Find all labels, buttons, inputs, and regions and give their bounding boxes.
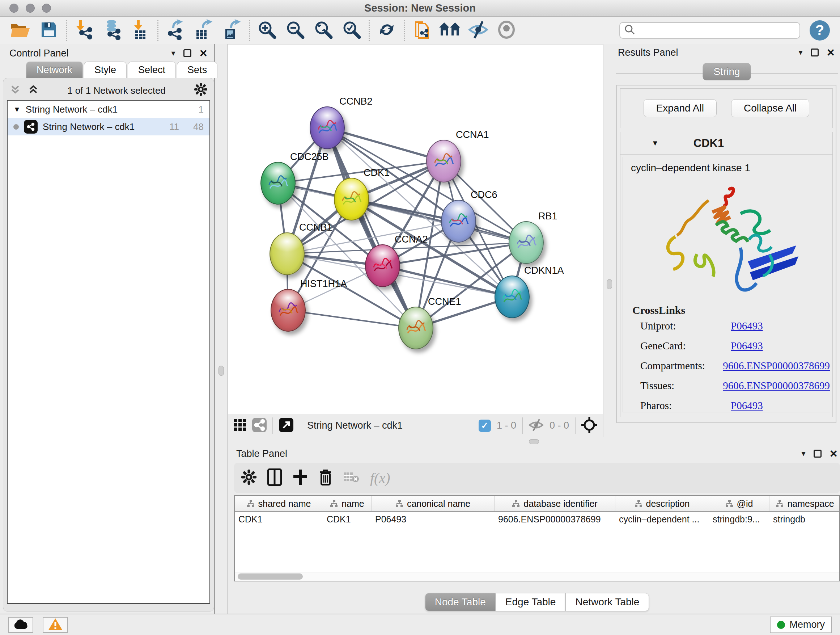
panel-float-icon[interactable] <box>813 450 821 458</box>
cloud-status-button[interactable] <box>8 617 33 633</box>
apply-layout-button[interactable] <box>373 19 401 42</box>
tab-edge-table[interactable]: Edge Table <box>496 593 566 611</box>
table-cell[interactable]: 9606.ENSP00000378699 <box>494 512 615 528</box>
panel-close-icon[interactable]: ✕ <box>829 448 838 460</box>
table-cell[interactable]: P06493 <box>371 512 494 528</box>
grid-view-icon[interactable] <box>234 419 246 432</box>
collapse-all-button[interactable]: Collapse All <box>731 99 809 117</box>
tab-string[interactable]: String <box>703 63 751 80</box>
network-node-rb1[interactable] <box>508 221 544 264</box>
crosslink-link[interactable]: P06493 <box>731 320 763 332</box>
export-image-button[interactable] <box>218 19 246 42</box>
crosslink-link[interactable]: P06493 <box>731 340 763 352</box>
panel-float-icon[interactable] <box>183 49 191 57</box>
column-header-description[interactable]: description <box>615 496 709 511</box>
panel-collapse-icon[interactable]: ▾ <box>801 449 805 458</box>
network-node-ccnb2[interactable] <box>309 106 345 149</box>
hidden-eye-slash-icon[interactable] <box>529 418 544 433</box>
tab-style[interactable]: Style <box>84 62 126 78</box>
export-table-button[interactable] <box>189 19 218 42</box>
splitter-handle[interactable] <box>529 439 539 444</box>
tab-node-table[interactable]: Node Table <box>425 593 496 611</box>
network-node-ccnb1[interactable] <box>270 233 305 275</box>
splitter-handle[interactable] <box>218 366 224 376</box>
birdseye-crosshair-icon[interactable] <box>581 417 597 434</box>
column-header--id[interactable]: @id <box>709 496 769 511</box>
warnings-button[interactable] <box>43 617 68 633</box>
section-expander-icon[interactable]: ▼ <box>652 139 659 147</box>
gear-icon[interactable] <box>194 83 207 98</box>
help-button[interactable]: ? <box>810 20 830 41</box>
import-table-file-button[interactable] <box>126 19 155 42</box>
tab-select[interactable]: Select <box>128 62 176 78</box>
search-input[interactable] <box>638 25 795 36</box>
network-row[interactable]: String Network – cdk1 11 48 <box>8 118 210 135</box>
network-node-cdc6[interactable] <box>441 200 476 242</box>
crosslink-link[interactable]: 9606.ENSP00000378699 <box>723 360 830 372</box>
protein-section-header[interactable]: ▼ CDK1 <box>621 132 832 155</box>
show-columns-icon[interactable] <box>267 469 282 487</box>
network-node-ccna2[interactable] <box>365 244 400 287</box>
network-canvas[interactable]: CCNB2CCNA1CDC25BCDK1CDC6RB1CCNB1CCNA2CDK… <box>228 44 603 414</box>
import-network-file-button[interactable] <box>70 19 98 42</box>
panel-float-icon[interactable] <box>811 49 819 57</box>
column-header-database-identifier[interactable]: database identifier <box>494 496 615 511</box>
network-node-ccne1[interactable] <box>398 307 433 349</box>
minimize-window-button[interactable] <box>26 4 35 13</box>
crosslink-link[interactable]: 9606.ENSP00000378699 <box>723 380 830 392</box>
zoom-out-button[interactable] <box>281 19 309 42</box>
show-graphics-button[interactable] <box>493 19 521 42</box>
table-cell[interactable]: stringdb:9... <box>709 512 769 528</box>
horizontal-scrollbar[interactable] <box>235 572 839 581</box>
close-window-button[interactable] <box>9 4 19 13</box>
table-cell[interactable]: CDK1 <box>323 512 371 528</box>
network-node-cdc25b[interactable] <box>261 162 295 204</box>
hide-unhide-button[interactable] <box>464 19 493 42</box>
maximize-window-button[interactable] <box>42 4 51 13</box>
panel-collapse-icon[interactable]: ▾ <box>171 49 175 58</box>
table-row[interactable]: CDK1CDK1P064939606.ENSP00000378699cyclin… <box>235 512 839 528</box>
delete-column-icon[interactable] <box>319 469 332 487</box>
column-header-name[interactable]: name <box>323 496 371 511</box>
collapse-all-icon[interactable] <box>10 84 21 97</box>
network-node-ccna1[interactable] <box>426 140 461 182</box>
crosslink-link[interactable]: P06493 <box>731 400 763 412</box>
add-column-icon[interactable] <box>293 469 308 487</box>
tab-network[interactable]: Network <box>26 62 83 78</box>
splitter-handle[interactable] <box>607 279 612 289</box>
network-node-hist1h1a[interactable] <box>271 289 306 332</box>
tab-sets[interactable]: Sets <box>177 62 218 78</box>
table-gear-icon[interactable] <box>241 470 256 486</box>
memory-button[interactable]: Memory <box>770 616 832 633</box>
right-panel-splitter[interactable] <box>603 44 615 437</box>
save-session-button[interactable] <box>35 19 63 42</box>
network-edge[interactable] <box>288 310 416 328</box>
expand-all-button[interactable]: Expand All <box>644 99 717 117</box>
zoom-selected-button[interactable] <box>338 19 366 42</box>
detach-view-icon[interactable] <box>279 418 294 434</box>
selected-checkbox-icon[interactable]: ✓ <box>478 420 491 432</box>
import-network-database-button[interactable] <box>98 19 126 42</box>
scrollbar-thumb[interactable] <box>238 573 303 580</box>
network-collection-row[interactable]: ▼ String Network – cdk1 1 <box>8 101 210 118</box>
expand-all-icon[interactable] <box>28 84 39 97</box>
network-node-cdkn1a[interactable] <box>494 276 530 318</box>
table-cell[interactable]: CDK1 <box>235 512 323 528</box>
left-panel-splitter[interactable] <box>214 44 228 614</box>
column-header-canonical-name[interactable]: canonical name <box>371 496 494 511</box>
tab-network-table[interactable]: Network Table <box>565 593 649 611</box>
table-cell[interactable]: stringdb <box>769 512 840 528</box>
column-header-namespace[interactable]: namespace <box>769 496 840 511</box>
table-cell[interactable]: cyclin–dependent ... <box>615 512 709 528</box>
open-session-button[interactable] <box>6 19 35 42</box>
panel-collapse-icon[interactable]: ▾ <box>798 48 802 57</box>
zoom-in-button[interactable] <box>253 19 281 42</box>
panel-close-icon[interactable]: ✕ <box>199 48 208 59</box>
zoom-fit-button[interactable] <box>309 19 338 42</box>
network-view-mode-icon[interactable] <box>252 418 267 434</box>
network-node-cdk1[interactable] <box>334 178 369 220</box>
export-network-button[interactable] <box>161 19 189 42</box>
panel-close-icon[interactable]: ✕ <box>827 47 835 59</box>
network-edge[interactable] <box>327 128 416 328</box>
tree-expander-icon[interactable]: ▼ <box>13 105 21 114</box>
